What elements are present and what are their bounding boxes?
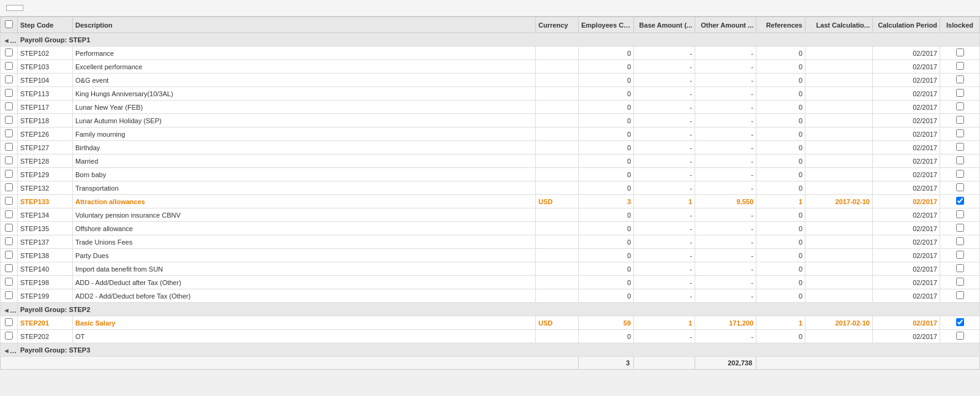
row-step-code[interactable]: STEP103 [18, 60, 73, 74]
row-step-code[interactable]: STEP198 [18, 276, 73, 289]
row-locked-checkbox[interactable] [956, 48, 964, 56]
row-calc-period: 02/2017 [873, 262, 940, 276]
row-step-code[interactable]: STEP126 [18, 128, 73, 141]
row-locked-checkbox[interactable] [956, 102, 964, 110]
row-checkbox[interactable] [5, 129, 13, 137]
row-step-code[interactable]: STEP117 [18, 101, 73, 114]
row-check [1, 141, 18, 154]
row-checkbox[interactable] [5, 102, 13, 110]
row-check [1, 289, 18, 303]
row-checkbox[interactable] [5, 48, 13, 56]
row-locked-checkbox[interactable] [956, 278, 964, 286]
row-base-amount: - [634, 141, 695, 154]
row-step-code[interactable]: STEP104 [18, 74, 73, 87]
row-last-calc [805, 128, 873, 141]
group-toggle-icon-step2[interactable]: ◄ [3, 307, 10, 314]
row-locked-checkbox[interactable] [956, 89, 964, 97]
row-step-code[interactable]: STEP113 [18, 87, 73, 101]
row-checkbox[interactable] [5, 264, 13, 272]
group-toggle-icon-step3[interactable]: ◄ [3, 347, 10, 354]
row-checkbox[interactable] [5, 116, 13, 124]
row-checkbox[interactable] [5, 143, 13, 151]
row-checkbox[interactable] [5, 75, 13, 83]
row-checkbox[interactable] [5, 332, 13, 340]
row-other-amount: - [695, 128, 756, 141]
row-references: 0 [756, 47, 805, 60]
row-currency [536, 128, 579, 141]
group-header-step1: ◄ Payroll Group: STEP1 [1, 33, 980, 47]
row-step-code[interactable]: STEP135 [18, 222, 73, 235]
row-currency [536, 101, 579, 114]
row-locked-checkbox[interactable] [956, 237, 964, 245]
row-last-calc [805, 249, 873, 262]
row-step-code[interactable]: STEP133 [18, 195, 73, 208]
row-locked-checkbox[interactable] [956, 156, 964, 164]
row-locked-checkbox[interactable] [956, 318, 964, 326]
row-locked-checkbox[interactable] [956, 116, 964, 124]
row-currency [536, 47, 579, 60]
row-description: ADD - Add/Deduct after Tax (Other) [73, 276, 536, 289]
row-checkbox[interactable] [5, 170, 13, 178]
row-base-amount: - [634, 87, 695, 101]
row-checkbox[interactable] [5, 251, 13, 259]
row-locked-checkbox[interactable] [956, 170, 964, 178]
row-step-code[interactable]: STEP202 [18, 330, 73, 343]
header-description: Description [73, 17, 536, 33]
table-row: STEP133 Attraction allowances USD 3 1 9,… [1, 195, 980, 208]
row-description: Attraction allowances [73, 195, 536, 208]
payroll-group-dropdown[interactable] [6, 5, 23, 11]
row-locked-checkbox[interactable] [956, 210, 964, 218]
row-checkbox[interactable] [5, 197, 13, 205]
row-islocked [940, 87, 980, 101]
row-islocked [940, 276, 980, 289]
row-emp-count: 0 [579, 47, 634, 60]
row-description: Offshore allowance [73, 222, 536, 235]
row-currency [536, 289, 579, 303]
row-locked-checkbox[interactable] [956, 62, 964, 70]
row-step-code[interactable]: STEP128 [18, 154, 73, 168]
row-locked-checkbox[interactable] [956, 332, 964, 340]
table-row: STEP132 Transportation 0 - - 0 02/2017 [1, 181, 980, 195]
row-step-code[interactable]: STEP140 [18, 262, 73, 276]
row-locked-checkbox[interactable] [956, 291, 964, 299]
group-toggle-icon-step1[interactable]: ◄ [3, 37, 10, 44]
header-base-amount: Base Amount (... [634, 17, 695, 33]
row-check [1, 87, 18, 101]
row-locked-checkbox[interactable] [956, 129, 964, 137]
row-locked-checkbox[interactable] [956, 75, 964, 83]
row-step-code[interactable]: STEP102 [18, 47, 73, 60]
row-checkbox[interactable] [5, 210, 13, 218]
header-last-calc: Last Calculatio... [805, 17, 873, 33]
row-step-code[interactable]: STEP137 [18, 235, 73, 249]
row-description: Married [73, 154, 536, 168]
row-checkbox[interactable] [5, 183, 13, 191]
row-calc-period: 02/2017 [873, 60, 940, 74]
row-checkbox[interactable] [5, 237, 13, 245]
row-locked-checkbox[interactable] [956, 197, 964, 205]
row-check [1, 114, 18, 128]
row-locked-checkbox[interactable] [956, 251, 964, 259]
row-checkbox[interactable] [5, 156, 13, 164]
row-locked-checkbox[interactable] [956, 183, 964, 191]
row-checkbox[interactable] [5, 278, 13, 286]
row-locked-checkbox[interactable] [956, 224, 964, 232]
row-step-code[interactable]: STEP118 [18, 114, 73, 128]
row-step-code[interactable]: STEP127 [18, 141, 73, 154]
select-all-checkbox[interactable] [5, 20, 13, 28]
row-checkbox[interactable] [5, 291, 13, 299]
row-step-code[interactable]: STEP199 [18, 289, 73, 303]
row-checkbox[interactable] [5, 62, 13, 70]
row-step-code[interactable]: STEP132 [18, 181, 73, 195]
row-checkbox[interactable] [5, 224, 13, 232]
row-islocked [940, 74, 980, 87]
row-locked-checkbox[interactable] [956, 264, 964, 272]
row-checkbox[interactable] [5, 318, 13, 326]
row-step-code[interactable]: STEP134 [18, 208, 73, 222]
row-step-code[interactable]: STEP138 [18, 249, 73, 262]
row-locked-checkbox[interactable] [956, 143, 964, 151]
payroll-table: Step Code Description Currency Employees… [0, 17, 980, 370]
row-checkbox[interactable] [5, 89, 13, 97]
row-step-code[interactable]: STEP201 [18, 316, 73, 330]
row-check [1, 181, 18, 195]
row-step-code[interactable]: STEP129 [18, 168, 73, 181]
